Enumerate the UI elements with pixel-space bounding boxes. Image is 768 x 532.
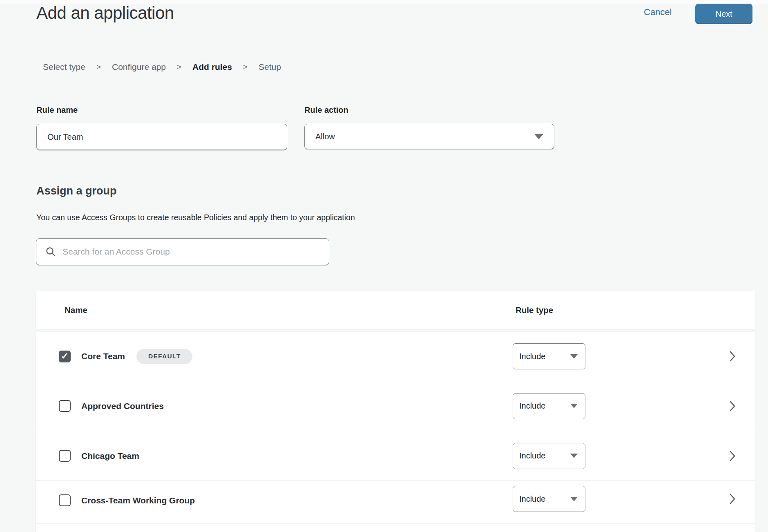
- breadcrumb: Select type > Configure app > Add rules …: [43, 62, 281, 72]
- breadcrumb-step-setup[interactable]: Setup: [259, 62, 281, 72]
- rule-type-value: Include: [519, 494, 546, 504]
- rule-action-select[interactable]: Allow: [304, 124, 554, 149]
- rule-name-label: Rule name: [36, 105, 78, 115]
- row-checkbox[interactable]: ✓: [59, 400, 71, 412]
- search-input[interactable]: [63, 247, 320, 257]
- checkmark-icon: ✓: [61, 352, 68, 361]
- table-row-approved-countries: ✓ Approved Countries Include: [36, 381, 755, 431]
- breadcrumb-step-select-type[interactable]: Select type: [43, 62, 85, 72]
- breadcrumb-step-add-rules[interactable]: Add rules: [192, 62, 232, 72]
- rule-action-value: Allow: [315, 132, 335, 141]
- column-header-name: Name: [65, 291, 87, 329]
- chevron-right-icon[interactable]: [729, 450, 736, 462]
- rule-name-input[interactable]: [36, 124, 287, 150]
- chevron-down-icon: [570, 454, 578, 458]
- rule-type-select[interactable]: Include: [513, 393, 585, 419]
- chevron-down-icon: [570, 404, 578, 408]
- search-icon: [45, 246, 56, 257]
- breadcrumb-separator: >: [243, 63, 248, 72]
- rule-type-select[interactable]: Include: [513, 343, 585, 369]
- chevron-down-icon: [570, 497, 578, 501]
- chevron-right-icon[interactable]: [729, 493, 736, 505]
- rule-type-value: Include: [519, 352, 546, 361]
- breadcrumb-separator: >: [177, 63, 181, 72]
- group-name: Chicago Team: [81, 451, 139, 461]
- table-row-chicago-team: ✓ Chicago Team Include: [36, 431, 755, 481]
- group-name: Approved Countries: [81, 401, 164, 411]
- row-checkbox[interactable]: ✓: [59, 494, 71, 506]
- rule-type-value: Include: [519, 401, 546, 411]
- groups-table-header: Name Rule type: [36, 291, 755, 329]
- breadcrumb-step-configure-app[interactable]: Configure app: [112, 62, 166, 72]
- groups-table: ✓ Core Team DEFAULT Include ✓ Approved C…: [36, 332, 755, 532]
- group-name: Cross-Team Working Group: [81, 496, 195, 505]
- breadcrumb-separator: >: [96, 63, 101, 72]
- chevron-down-icon: [534, 134, 543, 139]
- default-badge: DEFAULT: [136, 349, 192, 364]
- rule-type-value: Include: [519, 451, 546, 460]
- column-header-rule-type: Rule type: [516, 291, 553, 329]
- rule-type-select[interactable]: Include: [513, 486, 585, 512]
- table-row-cross-team-working-group: ✓ Cross-Team Working Group Include: [36, 481, 755, 520]
- table-row-core-team: ✓ Core Team DEFAULT Include: [36, 332, 755, 381]
- assign-group-heading: Assign a group: [36, 185, 117, 197]
- chevron-right-icon[interactable]: [729, 351, 736, 362]
- chevron-right-icon[interactable]: [729, 400, 736, 412]
- rule-type-select[interactable]: Include: [513, 443, 585, 469]
- assign-group-description: You can use Access Groups to create reus…: [36, 213, 355, 222]
- chevron-down-icon: [570, 354, 578, 359]
- rule-action-label: Rule action: [304, 105, 348, 115]
- cancel-button[interactable]: Cancel: [644, 7, 672, 18]
- next-button[interactable]: Next: [695, 4, 752, 24]
- access-group-search[interactable]: [36, 238, 329, 265]
- row-checkbox[interactable]: ✓: [59, 450, 71, 462]
- group-name: Core Team: [81, 351, 125, 361]
- page-title: Add an application: [36, 3, 174, 23]
- table-footer-strip: [36, 520, 755, 523]
- row-checkbox[interactable]: ✓: [59, 351, 71, 362]
